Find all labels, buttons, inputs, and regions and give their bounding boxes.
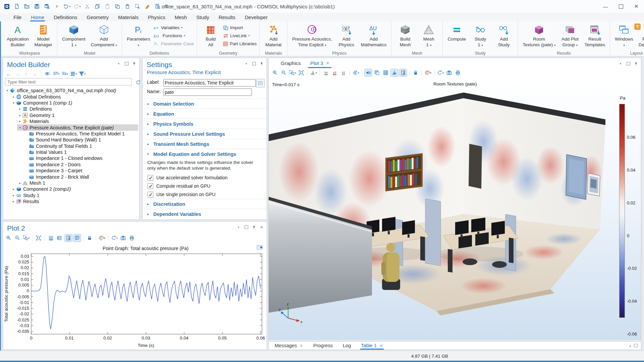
- label-field-input[interactable]: [163, 79, 256, 86]
- expand-arrow-icon[interactable]: ▸: [18, 107, 22, 111]
- scene-3d-room[interactable]: z y x: [269, 78, 641, 340]
- ribbon-item-add-physics[interactable]: AddPhysics: [335, 22, 358, 49]
- menu-item-results[interactable]: Results: [214, 13, 240, 21]
- color-palette-icon[interactable]: ▾: [98, 234, 106, 242]
- collapse-arrow-icon[interactable]: ▾: [11, 101, 16, 105]
- undo-icon[interactable]: ▾: [63, 2, 71, 10]
- tab-log[interactable]: Log: [342, 342, 352, 350]
- print-icon[interactable]: [454, 69, 462, 76]
- ribbon-item-room-textures-pate-[interactable]: RoomTextures (pate) ▾: [521, 22, 557, 50]
- checkbox-icon[interactable]: [148, 183, 153, 189]
- view-xy-icon[interactable]: xy: [322, 69, 330, 76]
- collapse-arrow-icon[interactable]: ▾: [18, 126, 22, 129]
- section-header[interactable]: ▸Discretization: [143, 199, 267, 209]
- pin-icon[interactable]: [252, 225, 256, 230]
- ribbon-item-parameter-case[interactable]: PiParameter Case: [154, 40, 194, 47]
- float-icon[interactable]: [634, 343, 638, 349]
- report-preview-icon[interactable]: [154, 2, 162, 10]
- expand-arrow-icon[interactable]: ▸: [11, 194, 16, 197]
- refresh-icon[interactable]: [135, 79, 142, 86]
- transparency-icon[interactable]: [373, 69, 381, 76]
- expand-arrow-icon[interactable]: ▸: [18, 181, 22, 185]
- menu-item-developer[interactable]: Developer: [240, 13, 272, 21]
- float-icon[interactable]: [626, 61, 631, 66]
- minimize-button[interactable]: —: [598, 0, 613, 13]
- lock-axes-icon[interactable]: [412, 69, 419, 76]
- zoom-out-icon[interactable]: [14, 234, 21, 242]
- color-legend-icon[interactable]: [65, 234, 72, 242]
- arrow-right-icon[interactable]: →: [14, 70, 21, 77]
- menu-item-geometry[interactable]: Geometry: [82, 13, 113, 21]
- annotation-icon[interactable]: [73, 234, 81, 242]
- pin-icon[interactable]: [259, 61, 264, 66]
- tree-item-impedance-1-closed-windows[interactable]: Impedance 1 - Closed windows: [3, 155, 139, 161]
- checkbox-use-accelerated-solver-formulation[interactable]: Use accelerated solver formulation: [143, 174, 267, 182]
- ribbon-item-add-component[interactable]: AddComponent ▾: [89, 22, 119, 50]
- close-icon[interactable]: ✕: [259, 225, 264, 230]
- tree-item-impedance-2-doors[interactable]: Impedance 2 - Doors: [3, 162, 139, 168]
- zoom-in-icon[interactable]: [5, 234, 12, 242]
- tree-item-pressure-acoustics-time-explicit[interactable]: ▾Pressure Acoustics, Time Explicit(pate): [3, 124, 139, 130]
- float-icon[interactable]: [252, 61, 256, 66]
- section-header[interactable]: ▸Domain Selection: [143, 99, 267, 109]
- tree-item-continuity-of-total-fields-1[interactable]: DContinuity of Total Fields 1: [3, 143, 139, 149]
- close-button[interactable]: ✕: [629, 0, 644, 13]
- tree-item-geometry-1[interactable]: ▸Geometry 1: [3, 112, 139, 118]
- ribbon-item-windows[interactable]: Windows▾: [613, 22, 635, 50]
- collapse-icon[interactable]: ▾: [629, 343, 631, 349]
- collapse-icon[interactable]: ▾: [116, 61, 121, 66]
- tab-graphics[interactable]: Graphics: [277, 60, 304, 68]
- print-icon[interactable]: [128, 234, 136, 242]
- menu-item-home[interactable]: Home: [26, 13, 49, 21]
- ribbon-item-study-1[interactable]: Study1 ▾: [469, 22, 491, 50]
- arrow-left-icon[interactable]: ←: [5, 70, 12, 77]
- ribbon-item-add-mathematics[interactable]: ΔUAddMathematics: [359, 22, 389, 49]
- view-xz-icon[interactable]: xz: [340, 69, 347, 76]
- tree-item-global-definitions[interactable]: ▸Global Definitions: [3, 94, 139, 100]
- point-graph-canvas[interactable]: 00.010.020.030.040.050.060.030.0250.020.…: [3, 252, 267, 350]
- paste-icon[interactable]: [103, 2, 111, 10]
- ribbon-item-model-manager[interactable]: ModelManager: [32, 22, 54, 49]
- wireframe-icon[interactable]: [382, 69, 389, 76]
- redo-icon[interactable]: ▾: [73, 2, 81, 10]
- default-view-icon[interactable]: ▾: [310, 69, 317, 76]
- rotate-icon[interactable]: ▾: [352, 69, 360, 76]
- eye-icon[interactable]: [44, 70, 51, 77]
- menu-item-definitions[interactable]: Definitions: [49, 13, 82, 21]
- ribbon-item-application-builder[interactable]: AApplicationBuilder: [5, 22, 31, 49]
- tree-item-pressure-acoustics-time-explicit-model-1[interactable]: DPressure Acoustics, Time Explicit Model…: [3, 131, 139, 137]
- zoom-extents-icon[interactable]: [35, 234, 42, 242]
- pin-icon[interactable]: [132, 61, 137, 66]
- ribbon-item-build-all[interactable]: BuildAll: [200, 22, 222, 49]
- menu-item-study[interactable]: Study: [192, 13, 214, 21]
- tab-table-1[interactable]: Table 1✕: [360, 342, 384, 350]
- collapse-list-icon[interactable]: ▾: [52, 70, 60, 77]
- section-header[interactable]: ▸Equation: [143, 109, 267, 119]
- arrow-up-icon[interactable]: ↑: [22, 70, 30, 77]
- section-header[interactable]: ▸Physics Symbols: [143, 119, 267, 129]
- collapse-icon[interactable]: ▾: [244, 61, 249, 66]
- tree-item-mesh-1[interactable]: ▸Mesh 1: [3, 180, 139, 186]
- collapse-arrow-icon[interactable]: ▾: [5, 89, 9, 92]
- tab-messages[interactable]: Messages✕: [274, 342, 304, 350]
- menu-item-materials[interactable]: Materials: [113, 13, 143, 21]
- tree-item-study-1[interactable]: ▸Study 1: [3, 192, 139, 198]
- expand-arrow-icon[interactable]: ▸: [11, 200, 16, 203]
- app-logo-icon[interactable]: [3, 2, 11, 10]
- update-icon[interactable]: ▾: [437, 69, 444, 76]
- plane-arrow-icon[interactable]: [391, 69, 398, 76]
- expand-arrow-icon[interactable]: ▸: [11, 187, 16, 191]
- run-icon[interactable]: [53, 2, 61, 10]
- ribbon-item-add-study[interactable]: AddStudy: [493, 22, 515, 49]
- menu-item-file[interactable]: File: [9, 13, 26, 21]
- ribbon-item-parameters[interactable]: PiParameters▾: [125, 22, 152, 50]
- pin-icon[interactable]: [634, 61, 638, 66]
- expand-list-icon[interactable]: ▾: [61, 70, 68, 77]
- float-icon[interactable]: [124, 61, 129, 66]
- ribbon-item-mesh-1[interactable]: Mesh1 ▾: [418, 22, 440, 50]
- zoom-extents-icon[interactable]: [298, 69, 305, 76]
- expand-arrow-icon[interactable]: ▸: [18, 114, 22, 117]
- tree-item-component-1[interactable]: ▾Component 1(comp 1): [3, 100, 139, 106]
- tree-item-initial-values-1[interactable]: DInitial Values 1: [3, 149, 139, 155]
- tree-item-definitions[interactable]: ▸Definitions: [3, 106, 139, 112]
